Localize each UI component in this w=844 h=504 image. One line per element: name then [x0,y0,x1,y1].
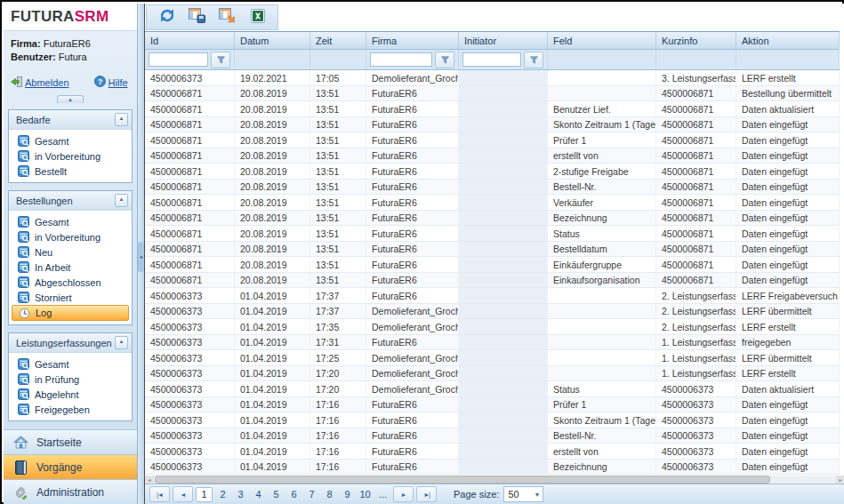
nav-item-administration[interactable]: Administration [4,480,137,504]
table-row[interactable]: 450000637301.04.201917:16FuturaER6Bezeic… [145,460,840,476]
sidebar-collapse-tab[interactable]: ▲ [57,95,84,103]
table-cell-firma: FuturaER6 [366,180,459,195]
sidebar-item-in-vorbereitung[interactable]: in Vorbereitung [9,148,132,164]
export-grid-button[interactable] [215,7,239,28]
sidebar-item-freigegeben[interactable]: Freigegeben [9,402,132,417]
sidebar-item-gesamt[interactable]: Gesamt [9,214,132,229]
table-cell-id: 4500006373 [145,412,235,428]
table-row[interactable]: 450000687120.08.201913:51FuturaER6Bestel… [145,180,840,196]
table-row[interactable]: 450000687120.08.201913:51FuturaER6Bestel… [145,242,840,258]
pager-page-3[interactable]: 3 [233,489,248,500]
sidebar-item-abgelehnt[interactable]: Abgelehnt [9,387,132,402]
table-row[interactable]: 450000687120.08.201913:51FuturaER6erstel… [145,148,840,164]
sidebar-item-gesamt[interactable]: Gesamt [9,133,132,148]
sidebar-item-log[interactable]: Log [12,305,129,321]
save-grid-settings-button[interactable] [185,7,209,28]
table-row[interactable]: 450000687120.08.201913:51FuturaER6450000… [145,86,840,102]
pager-page-1[interactable]: 1 [196,487,213,502]
column-header-aktion[interactable]: Aktion [736,32,840,49]
pager-page-10[interactable]: 10 [358,489,373,500]
column-header-datum[interactable]: Datum [235,32,310,49]
table-row[interactable]: 450000687120.08.201913:51FuturaER6Einkäu… [145,257,840,273]
column-header-feld[interactable]: Feld [548,32,656,49]
table-row[interactable]: 450000637301.04.201917:20Demolieferant_G… [145,366,840,382]
sidebar-item-label: in Prüfung [35,374,79,385]
filter-input-id[interactable] [149,52,208,67]
panel-collapse-button[interactable]: ▲ [115,113,128,126]
table-row[interactable]: 450000637301.04.201917:16FuturaER6erstel… [145,444,840,460]
pager-prev-button[interactable]: ◄ [173,486,193,502]
column-header-initiator[interactable]: Initiator [459,32,548,49]
pager-page-7[interactable]: 7 [304,489,319,500]
excel-export-button[interactable] [245,7,269,28]
page-size-select[interactable]: 50 ▼ [503,486,543,502]
pager-page-9[interactable]: 9 [340,489,355,500]
horizontal-scrollbar[interactable]: ◄ ► [145,476,844,484]
splitter-collapse-handle[interactable]: ◄ [138,242,144,272]
filter-input-initiator[interactable] [462,52,521,67]
pager-last-button[interactable]: ►| [416,486,437,502]
table-row[interactable]: 450000637301.04.201917:25Demolieferant_G… [145,350,840,366]
scroll-left-arrow[interactable]: ◄ [145,476,154,484]
table-row[interactable]: 450000687120.08.201913:51FuturaER6Bezeic… [145,211,840,227]
panel-collapse-button[interactable]: ▲ [115,336,128,349]
refresh-button[interactable] [155,7,179,28]
column-header-firma[interactable]: Firma [366,32,459,49]
table-row[interactable]: 450000637301.04.201917:37Demolieferant_G… [145,304,840,320]
nav-item-startseite[interactable]: Startseite [4,430,137,455]
table-cell-feld [548,304,656,319]
filter-button-firma[interactable] [435,52,454,68]
help-link[interactable]: ?Hilfe [94,76,128,89]
table-row[interactable]: 450000637301.04.201917:31FuturaER61. Lei… [145,335,840,351]
table-cell-datum: 01.04.2019 [235,350,310,365]
table-row[interactable]: 450000637301.04.201917:20Demolieferant_G… [145,381,840,397]
sidebar-item-bestellt[interactable]: Bestellt [9,164,132,179]
table-row[interactable]: 450000687120.08.201913:51FuturaER62-stuf… [145,164,840,180]
sidebar-item-in-arbeit[interactable]: In Arbeit [9,260,132,275]
table-cell-initiator [459,319,548,334]
page-size-label: Page size: [454,489,499,500]
scrollbar-thumb[interactable] [155,476,770,484]
table-row[interactable]: 450000637301.04.201917:35Demolieferant_G… [145,319,840,335]
column-header-kurzinfo[interactable]: Kurzinfo [656,32,736,49]
table-cell-kurzinfo: 4500006373 [656,460,736,475]
table-row[interactable]: 450000687120.08.201913:51FuturaER6Status… [145,226,840,242]
column-header-zeit[interactable]: Zeit [310,32,366,49]
table-row[interactable]: 450000687120.08.201913:51FuturaER6Benutz… [145,101,840,117]
logout-link[interactable]: Abmelden [11,76,69,89]
table-row[interactable]: 450000637319.02.202117:05Demolieferant_G… [145,70,840,86]
filter-input-firma[interactable] [370,52,432,67]
pager-first-button[interactable]: |◄ [149,486,170,502]
table-row[interactable]: 450000637301.04.201917:16FuturaER6Skonto… [145,412,840,428]
nav-item-vorg-nge[interactable]: Vorgänge [4,455,137,480]
table-cell-id: 4500006373 [145,335,235,350]
table-cell-zeit: 17:20 [310,366,366,381]
filter-button-initiator[interactable] [524,52,543,68]
sidebar-item-storniert[interactable]: Storniert [9,290,132,305]
table-row[interactable]: 450000687120.08.201913:51FuturaER6Prüfer… [145,132,840,148]
table-row[interactable]: 450000637301.04.201917:37FuturaER62. Lei… [145,288,840,304]
table-row[interactable]: 450000687120.08.201913:51FuturaER6Skonto… [145,117,840,133]
table-row[interactable]: 450000687120.08.201913:51FuturaER6Einkau… [145,273,840,289]
table-row[interactable]: 450000637301.04.201917:16FuturaER6Bestel… [145,428,840,444]
scroll-right-arrow[interactable]: ► [836,476,844,484]
table-row[interactable]: 450000637301.04.201917:16FuturaER6Prüfer… [145,397,840,413]
filter-button-id[interactable] [211,52,230,68]
sidebar-item-gesamt[interactable]: Gesamt [9,356,132,372]
pager-page-5[interactable]: 5 [269,489,284,500]
pager-page-4[interactable]: 4 [251,489,266,500]
pager-page-6[interactable]: 6 [286,489,301,500]
pager-page-8[interactable]: 8 [322,489,337,500]
sidebar-item-neu[interactable]: Neu [9,244,132,260]
sidebar-item-abgeschlossen[interactable]: Abgeschlossen [9,275,132,290]
pager-next-button[interactable]: ► [393,486,414,502]
sidebar-splitter[interactable]: ◄ [138,4,144,504]
sidebar-item-in-pr-fung[interactable]: in Prüfung [9,372,132,387]
table-row[interactable]: 450000687120.08.201913:51FuturaER6Verkäu… [145,195,840,211]
pager-page-2[interactable]: 2 [215,489,230,500]
sidebar-item-in-vorbereitung[interactable]: in Vorbereitung [9,229,132,244]
table-cell-kurzinfo: 4500006871 [656,257,736,272]
panel-collapse-button[interactable]: ▲ [115,194,128,207]
pager-ellipsis[interactable]: ... [375,489,390,500]
column-header-id[interactable]: Id [145,32,235,49]
